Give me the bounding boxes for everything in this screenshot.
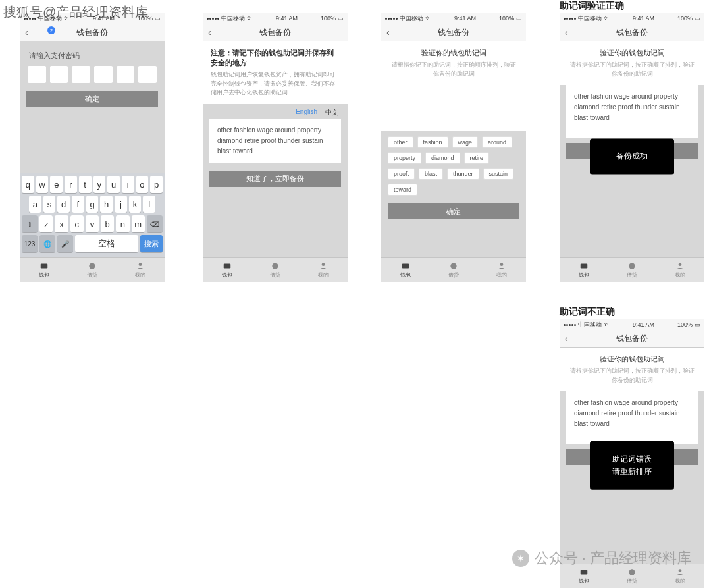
back-icon[interactable]: ‹ bbox=[386, 27, 390, 38]
nav-title: 钱包备份 bbox=[76, 27, 108, 38]
key-w[interactable]: w bbox=[36, 176, 49, 193]
tab-mine[interactable]: 我的 bbox=[478, 258, 526, 282]
confirm-button[interactable]: 确定 bbox=[26, 91, 158, 107]
key-o[interactable]: o bbox=[136, 176, 149, 193]
tab-wallet[interactable]: 钱包 bbox=[560, 258, 608, 282]
pwd-digit[interactable] bbox=[72, 66, 90, 83]
key-s[interactable]: s bbox=[43, 196, 56, 213]
key-e[interactable]: e bbox=[50, 176, 63, 193]
key-k[interactable]: k bbox=[129, 196, 142, 213]
verify-title: 验证你的钱包助记词 bbox=[390, 48, 517, 58]
svg-rect-12 bbox=[580, 570, 587, 575]
globe-key[interactable]: 🌐 bbox=[40, 235, 55, 252]
backspace-key[interactable]: ⌫ bbox=[147, 215, 163, 232]
word-chip[interactable]: blast bbox=[419, 168, 443, 180]
key-y[interactable]: y bbox=[93, 176, 106, 193]
notice-subtitle: 钱包助记词用户恢复钱包资产，拥有助记词即可完全控制钱包资产，请务必妥善保管。我们… bbox=[211, 70, 340, 97]
word-chip[interactable]: fashion bbox=[417, 136, 448, 148]
pwd-digit[interactable] bbox=[28, 66, 46, 83]
tab-mine[interactable]: 我的 bbox=[117, 258, 165, 282]
tab-bar: 钱包借贷我的 bbox=[381, 257, 526, 282]
verify-subtitle: 请根据你记下的助记词，按正确顺序排列，验证你备份的助记词 bbox=[569, 61, 695, 78]
word-chip[interactable]: prooft bbox=[388, 168, 415, 180]
key-r[interactable]: r bbox=[65, 176, 77, 193]
back-icon[interactable]: ‹ bbox=[25, 27, 28, 38]
pwd-digit[interactable] bbox=[138, 66, 157, 83]
pwd-digit[interactable] bbox=[117, 66, 135, 83]
tab-mine[interactable]: 我的 bbox=[656, 258, 704, 282]
tab-mine[interactable]: 我的 bbox=[300, 258, 348, 282]
confirm-button[interactable]: 确定 bbox=[388, 203, 519, 219]
svg-point-10 bbox=[629, 263, 635, 269]
notice-box: 注意：请记下你的钱包助记词并保存到安全的地方 钱包助记词用户恢复钱包资产，拥有助… bbox=[203, 41, 348, 104]
nav-title: 钱包备份 bbox=[438, 27, 469, 38]
verify-subtitle: 请根据你记下的助记词，按正确顺序排列，验证你备份的助记词 bbox=[390, 61, 517, 78]
tab-credit[interactable]: 借贷 bbox=[429, 258, 477, 282]
language-switch: English 中文 bbox=[203, 104, 348, 119]
tab-wallet[interactable]: 钱包 bbox=[381, 258, 429, 282]
key-z[interactable]: z bbox=[40, 215, 53, 232]
key-v[interactable]: v bbox=[86, 215, 99, 232]
key-q[interactable]: q bbox=[22, 176, 34, 193]
key-b[interactable]: b bbox=[101, 215, 114, 232]
word-chip[interactable]: wage bbox=[452, 136, 479, 148]
word-chips: otherfashionwagearoundpropertydiamondret… bbox=[381, 131, 526, 201]
key-f[interactable]: f bbox=[72, 196, 84, 213]
tab-credit[interactable]: 借贷 bbox=[251, 258, 299, 282]
key-row-3: ⇧ zxcvbnm ⌫ bbox=[22, 215, 163, 232]
word-drop-area[interactable] bbox=[381, 85, 526, 131]
key-l[interactable]: l bbox=[143, 196, 155, 213]
caption-success: 助记词验证正确 bbox=[560, 0, 624, 12]
word-chip[interactable]: sustain bbox=[483, 168, 514, 180]
word-chip[interactable]: around bbox=[482, 136, 512, 148]
key-h[interactable]: h bbox=[100, 196, 113, 213]
tab-wallet[interactable]: 钱包 bbox=[203, 258, 251, 282]
key-i[interactable]: i bbox=[122, 176, 134, 193]
key-m[interactable]: m bbox=[132, 215, 145, 232]
numeric-key[interactable]: 123 bbox=[22, 235, 38, 252]
key-u[interactable]: u bbox=[107, 176, 120, 193]
back-icon[interactable]: ‹ bbox=[208, 27, 211, 38]
mic-key[interactable]: 🎤 bbox=[57, 235, 73, 252]
key-p[interactable]: p bbox=[150, 176, 163, 193]
word-chip[interactable]: diamond bbox=[425, 152, 460, 164]
nav-bar: ‹ 2 钱包备份 bbox=[20, 24, 165, 41]
key-x[interactable]: x bbox=[55, 215, 68, 232]
key-n[interactable]: n bbox=[116, 215, 129, 232]
pwd-digit[interactable] bbox=[50, 66, 68, 83]
word-chip[interactable]: other bbox=[388, 136, 413, 148]
key-c[interactable]: c bbox=[70, 215, 84, 232]
shift-key[interactable]: ⇧ bbox=[22, 215, 38, 232]
tab-bar: 钱包借贷我的 bbox=[560, 257, 704, 282]
svg-point-5 bbox=[322, 263, 325, 266]
word-chip[interactable]: toward bbox=[388, 184, 417, 196]
key-g[interactable]: g bbox=[86, 196, 99, 213]
svg-point-4 bbox=[272, 263, 278, 269]
key-a[interactable]: a bbox=[29, 196, 41, 213]
verify-subtitle: 请根据你记下的助记词，按正确顺序排列，验证你备份的助记词 bbox=[569, 367, 695, 385]
key-t[interactable]: t bbox=[79, 176, 92, 193]
back-icon[interactable]: ‹ bbox=[565, 27, 568, 38]
nav-title: 钱包备份 bbox=[259, 27, 291, 38]
word-chip[interactable]: retire bbox=[464, 152, 490, 164]
tab-credit[interactable]: 借贷 bbox=[68, 258, 116, 282]
key-d[interactable]: d bbox=[57, 196, 70, 213]
tab-wallet[interactable]: 钱包 bbox=[20, 258, 68, 282]
pwd-digit[interactable] bbox=[94, 66, 113, 83]
lang-chinese[interactable]: 中文 bbox=[325, 108, 338, 117]
nav-bar: ‹ 钱包备份 bbox=[560, 24, 704, 41]
key-j[interactable]: j bbox=[115, 196, 127, 213]
svg-point-8 bbox=[500, 263, 504, 266]
mnemonic-words: other fashion wage around property diamo… bbox=[209, 119, 341, 163]
back-icon[interactable]: ‹ bbox=[565, 333, 568, 344]
tab-credit[interactable]: 借贷 bbox=[608, 258, 656, 282]
word-chip[interactable]: property bbox=[388, 152, 421, 164]
svg-rect-6 bbox=[402, 264, 409, 269]
backup-now-button[interactable]: 知道了，立即备份 bbox=[209, 171, 341, 187]
screen-verify-error: 中国移动ᯤ9:41 AM100%▭ ‹ 钱包备份 验证你的钱包助记词 请根据你记… bbox=[560, 319, 704, 588]
search-key[interactable]: 搜索 bbox=[140, 235, 163, 252]
space-key[interactable]: 空格 bbox=[75, 235, 138, 252]
svg-rect-3 bbox=[223, 264, 230, 269]
lang-english[interactable]: English bbox=[296, 108, 317, 117]
word-chip[interactable]: thunder bbox=[447, 168, 479, 180]
